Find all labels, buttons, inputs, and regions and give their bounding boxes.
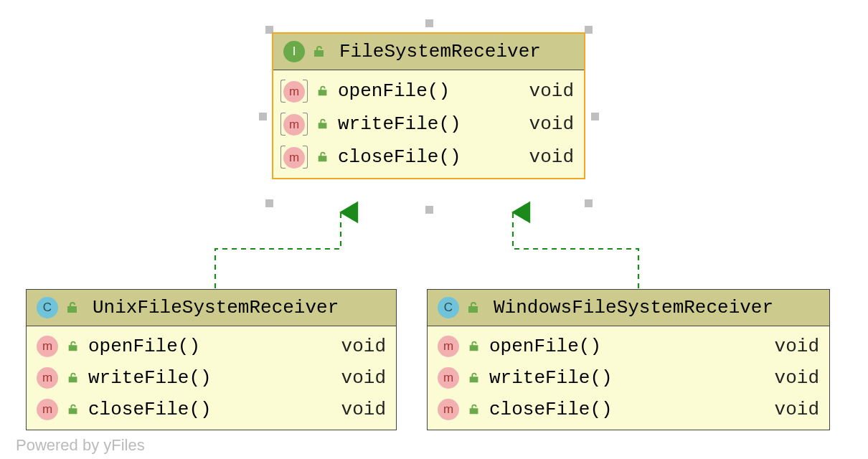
method-name: writeFile(): [88, 367, 333, 389]
class-name: UnixFileSystemReceiver: [93, 297, 339, 318]
method-row[interactable]: m closeFile() void: [273, 141, 584, 174]
lock-open-icon: [468, 340, 481, 353]
uml-class-windows[interactable]: C WindowsFileSystemReceiver m openFile()…: [427, 289, 830, 430]
method-type: void: [341, 367, 386, 389]
method-row[interactable]: m openFile() void: [27, 331, 396, 362]
class-icon: C: [438, 297, 459, 318]
lock-open-icon: [468, 372, 481, 384]
interface-icon: I: [283, 41, 305, 62]
lock-open-icon: [316, 118, 329, 131]
method-name: writeFile(): [338, 113, 521, 135]
method-type: void: [341, 336, 386, 357]
method-icon: m: [37, 399, 58, 420]
method-row[interactable]: m closeFile() void: [27, 394, 396, 425]
interface-name: FileSystemReceiver: [339, 41, 541, 62]
method-row[interactable]: m closeFile() void: [428, 394, 829, 425]
method-icon: m: [37, 367, 58, 389]
selection-handle[interactable]: [265, 199, 273, 207]
method-icon: m: [283, 147, 305, 169]
selection-handle[interactable]: [585, 199, 593, 207]
method-row[interactable]: m openFile() void: [273, 75, 584, 108]
method-icon: m: [283, 81, 305, 103]
method-icon: m: [438, 399, 459, 420]
uml-body: m openFile() void m writeFile() void m c…: [27, 326, 396, 430]
lock-open-icon: [312, 44, 326, 59]
method-name: openFile(): [489, 336, 766, 357]
lock-open-icon: [67, 372, 80, 384]
method-type: void: [775, 367, 819, 389]
class-name: WindowsFileSystemReceiver: [494, 297, 773, 318]
method-row[interactable]: m writeFile() void: [428, 362, 829, 394]
lock-open-icon: [468, 403, 481, 416]
lock-open-icon: [65, 301, 80, 315]
method-row[interactable]: m openFile() void: [428, 331, 829, 362]
lock-open-icon: [316, 151, 329, 164]
method-type: void: [529, 113, 574, 135]
selection-handle[interactable]: [585, 26, 593, 34]
lock-open-icon: [67, 403, 80, 416]
realization-windows: [513, 212, 638, 288]
diagram-canvas[interactable]: I FileSystemReceiver m openFile() void m…: [0, 0, 868, 459]
watermark: Powered by yFiles: [16, 436, 145, 455]
method-name: openFile(): [338, 80, 521, 102]
method-type: void: [529, 146, 574, 168]
method-name: openFile(): [88, 336, 333, 357]
lock-open-icon: [466, 301, 481, 315]
uml-header: C WindowsFileSystemReceiver: [428, 290, 829, 326]
method-name: closeFile(): [489, 399, 766, 420]
selection-handle[interactable]: [425, 19, 433, 27]
method-type: void: [775, 399, 819, 420]
method-type: void: [529, 80, 574, 102]
method-name: writeFile(): [489, 367, 766, 389]
uml-header: I FileSystemReceiver: [273, 34, 584, 70]
uml-interface-filesystemreceiver[interactable]: I FileSystemReceiver m openFile() void m…: [272, 32, 585, 179]
class-icon: C: [37, 297, 58, 318]
method-name: closeFile(): [88, 399, 333, 420]
method-type: void: [775, 336, 819, 357]
method-type: void: [341, 399, 386, 420]
method-row[interactable]: m writeFile() void: [27, 362, 396, 394]
method-name: closeFile(): [338, 146, 521, 168]
method-icon: m: [283, 114, 305, 136]
uml-header: C UnixFileSystemReceiver: [27, 290, 396, 326]
method-icon: m: [438, 367, 459, 389]
realization-unix: [215, 212, 341, 288]
uml-body: m openFile() void m writeFile() void m c…: [428, 326, 829, 430]
selection-handle[interactable]: [591, 113, 599, 120]
selection-handle[interactable]: [425, 206, 433, 214]
uml-body: m openFile() void m writeFile() void m c…: [273, 70, 584, 178]
method-icon: m: [438, 336, 459, 357]
lock-open-icon: [67, 340, 80, 353]
method-icon: m: [37, 336, 58, 357]
selection-handle[interactable]: [259, 113, 267, 120]
uml-class-unix[interactable]: C UnixFileSystemReceiver m openFile() vo…: [26, 289, 397, 430]
lock-open-icon: [316, 85, 329, 98]
method-row[interactable]: m writeFile() void: [273, 108, 584, 141]
